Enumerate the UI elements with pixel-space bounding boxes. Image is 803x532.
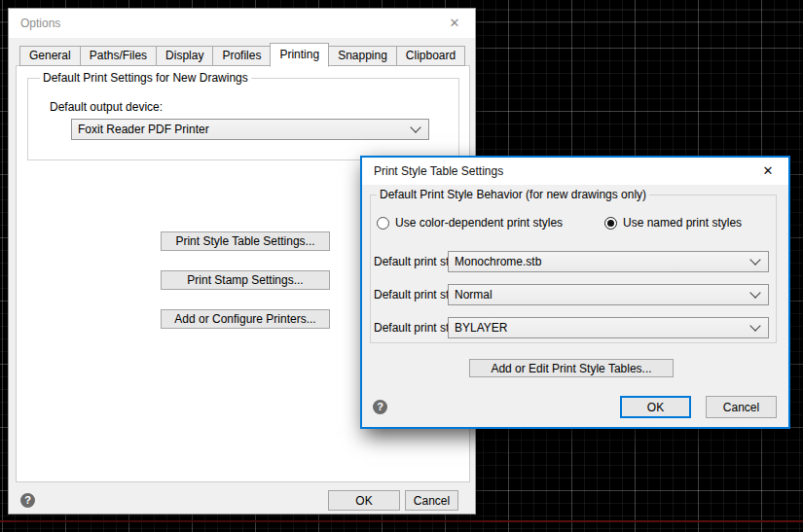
tab-clipboard[interactable]: Clipboard (396, 46, 465, 66)
pst-ok-button[interactable]: OK (620, 396, 691, 418)
help-icon[interactable]: ? (373, 400, 387, 414)
chevron-down-icon (410, 122, 420, 132)
output-device-select[interactable]: Foxit Reader PDF Printer (71, 119, 429, 140)
tab-paths-files[interactable]: Paths/Files (80, 46, 157, 66)
pst-cancel-button[interactable]: Cancel (706, 396, 777, 418)
group-title: Default Print Style Behavior (for new dr… (377, 188, 649, 201)
radio-label-color-dependent: Use color-dependent print styles (395, 216, 563, 230)
layer0-style-select[interactable]: Normal (448, 284, 769, 305)
help-glyph: ? (24, 493, 31, 508)
options-dialog-title: Options (20, 9, 60, 38)
tab-snapping[interactable]: Snapping (328, 46, 397, 66)
default-print-settings-group: Default Print Settings for New Drawings … (27, 78, 459, 160)
pst-titlebar[interactable]: Print Style Table Settings ✕ (362, 158, 788, 185)
help-glyph: ? (377, 400, 383, 414)
radio-dot (380, 220, 386, 227)
help-icon[interactable]: ? (20, 493, 35, 508)
chevron-down-icon (749, 254, 760, 265)
close-icon[interactable]: ✕ (753, 158, 783, 185)
options-titlebar[interactable]: Options ✕ (9, 9, 475, 38)
radio-use-named-styles[interactable] (604, 217, 617, 230)
print-style-table-settings-button[interactable]: Print Style Table Settings... (161, 231, 330, 251)
options-cancel-button[interactable]: Cancel (405, 490, 458, 511)
entity-style-select[interactable]: BYLAYER (448, 317, 769, 338)
print-style-table-value: Monochrome.stb (449, 255, 751, 268)
radio-dot (607, 220, 614, 227)
pst-dialog-title: Print Style Table Settings (374, 158, 503, 185)
options-ok-button[interactable]: OK (328, 490, 400, 511)
radio-row-color-dependent: Use color-dependent print styles (377, 216, 563, 230)
output-device-value: Foxit Reader PDF Printer (72, 123, 412, 136)
output-device-label: Default output device: (50, 100, 163, 114)
group-title: Default Print Settings for New Drawings (40, 71, 251, 85)
chevron-down-icon (749, 320, 760, 331)
x-axis-line (0, 520, 803, 522)
tab-printing[interactable]: Printing (270, 43, 329, 67)
radio-row-named-styles: Use named print styles (604, 216, 742, 230)
add-or-configure-printers-button[interactable]: Add or Configure Printers... (161, 309, 330, 329)
add-or-edit-print-style-tables-button[interactable]: Add or Edit Print Style Tables... (469, 359, 674, 377)
chevron-down-icon (749, 287, 760, 298)
radio-label-named-styles: Use named print styles (623, 216, 742, 230)
tab-general[interactable]: General (19, 46, 81, 66)
tab-profiles[interactable]: Profiles (212, 46, 271, 66)
entity-style-value: BYLAYER (449, 321, 751, 335)
layer0-style-value: Normal (449, 288, 751, 301)
print-stamp-settings-button[interactable]: Print Stamp Settings... (161, 270, 330, 290)
radio-use-color-dependent[interactable] (377, 217, 389, 230)
close-icon[interactable]: ✕ (440, 9, 469, 38)
print-style-table-settings-dialog: Print Style Table Settings ✕ Default Pri… (360, 156, 790, 429)
options-tabstrip: General Paths/Files Display Profiles Pri… (19, 44, 464, 66)
print-style-table-select[interactable]: Monochrome.stb (448, 251, 769, 272)
tab-display[interactable]: Display (156, 46, 213, 66)
